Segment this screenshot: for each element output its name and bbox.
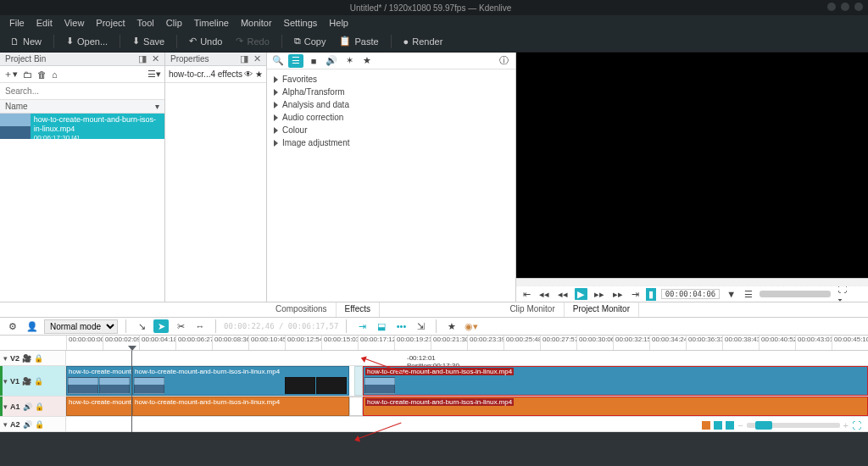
monitor-nav-icon[interactable]: ▼ [725,288,737,300]
bin-search-input[interactable] [0,85,164,97]
spacer-tool-icon[interactable]: ↔ [192,319,208,333]
lock-icon[interactable]: 🔒 [34,354,43,363]
list-view-icon[interactable]: ☰ [288,54,303,68]
compositing-icon[interactable]: ↘ [134,319,149,333]
fit-zoom-icon[interactable]: ⛶ [852,420,861,430]
menu-tool[interactable]: Tool [131,16,160,30]
monitor-ruler[interactable] [516,278,869,286]
copy-button[interactable]: ⧉Copy [289,33,331,49]
collapse-icon[interactable]: ▾ [3,377,8,386]
fx-cat-audio[interactable]: Audio correction [267,111,515,124]
collapse-icon[interactable]: ▾ [3,354,8,363]
tag-icon[interactable]: ⌂ [52,69,58,80]
video-track-indicator[interactable] [726,421,734,430]
mute-icon[interactable]: 🎥 [22,377,31,386]
playhead[interactable] [131,351,132,432]
video-track-indicator[interactable] [714,421,722,430]
save-button[interactable]: ⬇Save [127,33,170,49]
track-header-a1[interactable]: ▾ A1 🔊 🔒 [0,397,66,416]
star-icon[interactable]: ★ [255,69,263,79]
audio-track-indicator[interactable] [702,421,710,430]
undo-button[interactable]: ↶Undo [184,33,227,49]
select-tool-icon[interactable]: ➤ [153,319,169,333]
tab-clip-monitor[interactable]: Clip Monitor [501,302,564,317]
window-controls[interactable] [822,3,863,13]
mute-icon[interactable]: 🔊 [23,420,32,429]
zoom-in-icon[interactable]: + [843,420,849,430]
track-config-icon[interactable]: 👤 [25,319,40,333]
undock-icon[interactable]: ◨ [138,53,147,64]
video-fx-icon[interactable]: ■ [306,54,321,68]
lock-icon[interactable]: 🔒 [35,420,44,429]
zoom-out-icon[interactable]: − [737,420,743,430]
redo-button[interactable]: ↷Redo [231,33,274,49]
next-frame-icon[interactable]: ▸▸ [593,288,606,301]
fav-effects-icon[interactable]: ★ [444,319,459,333]
bin-name-header[interactable]: Name [5,102,28,111]
menu-help[interactable]: Help [323,16,354,30]
go-end-icon[interactable]: ⇥ [630,288,641,301]
add-clip-icon[interactable]: ＋▾ [3,68,18,80]
monitor-viewport[interactable] [516,53,869,278]
insert-icon[interactable]: ⬓ [374,319,389,333]
menu-edit[interactable]: Edit [31,16,58,30]
menu-clip[interactable]: Clip [160,16,188,30]
edit-mode-select[interactable]: Normal mode [44,319,118,334]
preview-render-icon[interactable]: ◉▾ [464,319,479,333]
prev-frame-icon[interactable]: ◂◂ [556,288,570,301]
lock-icon[interactable]: 🔒 [35,402,44,411]
undock-icon[interactable]: ◨ [240,53,248,64]
menu-file[interactable]: File [3,16,31,30]
overwrite-icon[interactable]: ••• [393,319,409,333]
menu-monitor[interactable]: Monitor [235,16,278,30]
visibility-icon[interactable]: 👁 [244,69,253,79]
close-icon[interactable]: ✕ [152,53,159,64]
monitor-zoom-slider[interactable] [760,291,831,297]
timeline-clip[interactable]: how-to-create-mount-and-burn-isos-in-lin… [132,397,349,416]
folder-add-icon[interactable]: 🗀 [23,69,32,80]
menu-settings[interactable]: Settings [278,16,324,30]
forward-icon[interactable]: ▸▸ [611,288,625,301]
timeline-clip[interactable]: how-to-create-mount-and- [66,397,132,416]
timeline-gap[interactable] [354,366,363,396]
favorites-icon[interactable]: ★ [359,54,375,68]
tab-project-monitor[interactable]: Project Monitor [565,302,639,317]
razor-tool-icon[interactable]: ✂ [173,319,188,333]
timeline-clip[interactable]: how-to-create-mount-and-burn-isos-in-lin… [363,397,868,416]
delete-icon[interactable]: 🗑 [37,69,47,80]
monitor-menu-icon[interactable]: ☰ [743,288,754,301]
collapse-icon[interactable]: ▾ [3,420,8,429]
settings-icon[interactable]: ⚙ [5,319,20,333]
track-header-a2[interactable]: ▾ A2 🔊 🔒 [0,417,66,431]
info-icon[interactable]: ⓘ [497,54,512,68]
new-button[interactable]: 🗋New [5,34,47,49]
search-icon[interactable]: 🔍 [270,54,286,68]
fx-cat-analysis[interactable]: Analysis and data [267,98,515,111]
timeline-clip[interactable]: how-to-create-mount-and-burn-isos-in-lin… [363,366,868,396]
track-header-v1[interactable]: ▾ V1 🎥 🔒 [0,366,66,396]
fx-cat-colour[interactable]: Colour [267,124,515,136]
mute-icon[interactable]: 🔊 [23,402,32,411]
tab-effects[interactable]: Effects [337,302,380,317]
custom-fx-icon[interactable]: ✶ [342,54,357,68]
extract-icon[interactable]: ⇲ [413,319,428,333]
render-button[interactable]: ●Render [398,34,448,49]
fx-cat-alpha[interactable]: Alpha/Transform [267,86,515,98]
menu-view[interactable]: View [58,16,91,30]
timeline-gap[interactable] [349,397,363,416]
fx-cat-image[interactable]: Image adjustment [267,136,515,149]
paste-button[interactable]: 📋Paste [334,33,383,49]
mute-icon[interactable]: 🎥 [22,354,31,363]
timeline-clip[interactable]: how-to-create-mount-and- [66,366,132,396]
timeline-clip[interactable]: how-to-create-mount-and-burn-isos-in-lin… [132,366,349,396]
menu-timeline[interactable]: Timeline [188,16,235,30]
go-start-icon[interactable]: ⇤ [521,288,532,301]
open-button[interactable]: ⬇Open... [61,33,113,49]
lock-icon[interactable]: 🔒 [34,377,43,386]
zone-in-icon[interactable]: ⇥ [354,319,370,333]
play-button[interactable]: ▶ [575,288,587,300]
zoom-slider[interactable] [747,423,840,428]
audio-fx-icon[interactable]: 🔊 [324,54,339,68]
bin-clip-item[interactable]: how-to-create-mount-and-burn-isos-in-lin… [0,114,164,139]
track-header-v2[interactable]: ▾ V2 🎥 🔒 [0,351,66,365]
